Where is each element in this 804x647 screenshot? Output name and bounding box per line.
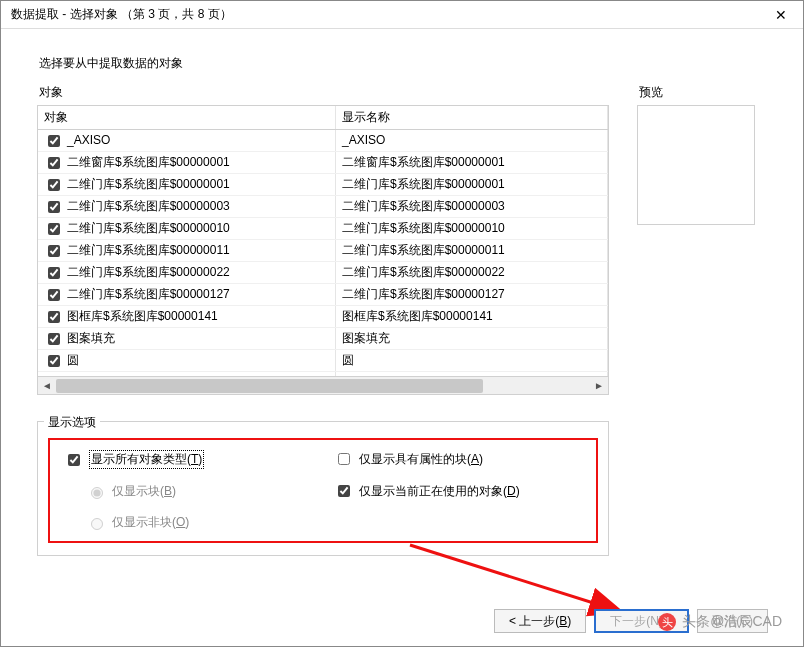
row-display-label: 图案填充 bbox=[336, 328, 608, 349]
scroll-right-icon[interactable]: ► bbox=[590, 377, 608, 395]
cancel-button[interactable]: 取消(C) bbox=[697, 609, 768, 633]
row-object-label: 圆 bbox=[67, 353, 79, 368]
row-object-label: 二维门库$系统图库$00000003 bbox=[67, 199, 230, 214]
highlighted-options: 显示所有对象类型(T) 仅显示块(B) bbox=[48, 438, 598, 543]
row-display-label: 圆 bbox=[336, 350, 608, 371]
only-attr-blocks-checkbox[interactable]: 仅显示具有属性的块(A) bbox=[334, 450, 564, 468]
only-attr-blocks-input[interactable] bbox=[338, 453, 350, 465]
row-display-label: 图框库$系统图库$00000141 bbox=[336, 306, 608, 327]
only-in-use-input[interactable] bbox=[338, 485, 350, 497]
row-checkbox[interactable] bbox=[48, 157, 60, 169]
table-row[interactable]: 二维门库$系统图库$00000011二维门库$系统图库$00000011 bbox=[38, 240, 608, 262]
row-checkbox[interactable] bbox=[48, 223, 60, 235]
show-all-types-checkbox[interactable]: 显示所有对象类型(T) bbox=[64, 450, 294, 469]
row-object-label: _AXISO bbox=[67, 133, 110, 148]
row-object-label: 二维门库$系统图库$00000127 bbox=[67, 287, 230, 302]
row-display-label: 二维门库$系统图库$00000011 bbox=[336, 240, 608, 261]
row-object-label: 二维门库$系统图库$00000010 bbox=[67, 221, 230, 236]
row-checkbox[interactable] bbox=[48, 267, 60, 279]
row-checkbox[interactable] bbox=[48, 135, 60, 147]
instruction-label: 选择要从中提取数据的对象 bbox=[39, 55, 767, 72]
row-checkbox[interactable] bbox=[48, 201, 60, 213]
row-checkbox[interactable] bbox=[48, 311, 60, 323]
objects-label: 对象 bbox=[39, 84, 609, 101]
row-object-label: 图框库$系统图库$00000141 bbox=[67, 309, 218, 324]
horizontal-scrollbar[interactable]: ◄ ► bbox=[38, 376, 608, 394]
table-row[interactable]: 二维门库$系统图库$00000003二维门库$系统图库$00000003 bbox=[38, 196, 608, 218]
table-row[interactable]: 二维窗库$系统图库$00000001二维窗库$系统图库$00000001 bbox=[38, 152, 608, 174]
row-display-label: 二维门库$系统图库$00000022 bbox=[336, 262, 608, 283]
only-nonblocks-input bbox=[91, 518, 103, 530]
scroll-left-icon[interactable]: ◄ bbox=[38, 377, 56, 395]
row-checkbox[interactable] bbox=[48, 333, 60, 345]
row-object-label: 二维门库$系统图库$00000001 bbox=[67, 177, 230, 192]
row-display-label: 二维窗库$系统图库$00000001 bbox=[336, 152, 608, 173]
row-display-label: 二维门库$系统图库$00000127 bbox=[336, 284, 608, 305]
col-header-object[interactable]: 对象 bbox=[38, 106, 336, 129]
objects-table[interactable]: 对象 显示名称 _AXISO_AXISO二维窗库$系统图库$00000001二维… bbox=[37, 105, 609, 395]
display-options-label: 显示选项 bbox=[44, 414, 100, 431]
row-display-label: _AXISO bbox=[336, 130, 608, 151]
close-icon[interactable]: ✕ bbox=[765, 7, 797, 23]
table-row[interactable]: 圆圆 bbox=[38, 350, 608, 372]
row-checkbox[interactable] bbox=[48, 179, 60, 191]
only-blocks-radio: 仅显示块(B) bbox=[86, 483, 294, 500]
row-object-label: 二维门库$系统图库$00000022 bbox=[67, 265, 230, 280]
titlebar: 数据提取 - 选择对象 （第 3 页，共 8 页） ✕ bbox=[1, 1, 803, 29]
row-display-label: 二维门库$系统图库$00000003 bbox=[336, 196, 608, 217]
back-button[interactable]: < 上一步(B) bbox=[494, 609, 586, 633]
only-blocks-input bbox=[91, 487, 103, 499]
row-display-label: 二维门库$系统图库$00000010 bbox=[336, 218, 608, 239]
table-row[interactable]: 二维门库$系统图库$00000022二维门库$系统图库$00000022 bbox=[38, 262, 608, 284]
table-row[interactable]: 二维门库$系统图库$00000010二维门库$系统图库$00000010 bbox=[38, 218, 608, 240]
row-checkbox[interactable] bbox=[48, 289, 60, 301]
scroll-thumb[interactable] bbox=[56, 379, 483, 393]
table-row[interactable]: 图案填充图案填充 bbox=[38, 328, 608, 350]
preview-box bbox=[637, 105, 755, 225]
row-object-label: 二维门库$系统图库$00000011 bbox=[67, 243, 230, 258]
row-display-label: 二维门库$系统图库$00000001 bbox=[336, 174, 608, 195]
only-in-use-checkbox[interactable]: 仅显示当前正在使用的对象(D) bbox=[334, 482, 564, 500]
next-button[interactable]: 下一步(N) > bbox=[594, 609, 689, 633]
table-row[interactable]: 二维门库$系统图库$00000127二维门库$系统图库$00000127 bbox=[38, 284, 608, 306]
row-object-label: 二维窗库$系统图库$00000001 bbox=[67, 155, 230, 170]
row-checkbox[interactable] bbox=[48, 355, 60, 367]
show-all-types-input[interactable] bbox=[68, 454, 80, 466]
table-row[interactable]: 图框库$系统图库$00000141图框库$系统图库$00000141 bbox=[38, 306, 608, 328]
table-row[interactable]: _AXISO_AXISO bbox=[38, 130, 608, 152]
row-checkbox[interactable] bbox=[48, 245, 60, 257]
col-header-display[interactable]: 显示名称 bbox=[336, 106, 608, 129]
preview-label: 预览 bbox=[639, 84, 767, 101]
row-object-label: 图案填充 bbox=[67, 331, 115, 346]
table-row[interactable]: 二维门库$系统图库$00000001二维门库$系统图库$00000001 bbox=[38, 174, 608, 196]
dialog-title: 数据提取 - 选择对象 （第 3 页，共 8 页） bbox=[11, 6, 232, 23]
only-nonblocks-radio: 仅显示非块(O) bbox=[86, 514, 294, 531]
